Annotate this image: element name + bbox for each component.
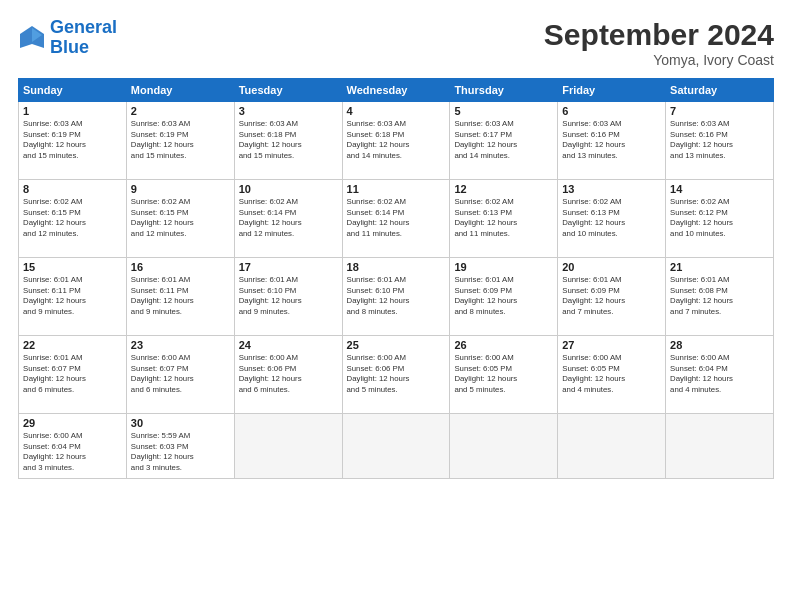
table-row <box>558 414 666 479</box>
header-tuesday: Tuesday <box>234 79 342 102</box>
header-sunday: Sunday <box>19 79 127 102</box>
calendar-table: Sunday Monday Tuesday Wednesday Thursday… <box>18 78 774 479</box>
table-row: 30Sunrise: 5:59 AM Sunset: 6:03 PM Dayli… <box>126 414 234 479</box>
day-number: 28 <box>670 339 769 351</box>
day-number: 18 <box>347 261 446 273</box>
day-info: Sunrise: 6:02 AM Sunset: 6:15 PM Dayligh… <box>131 197 230 239</box>
header-monday: Monday <box>126 79 234 102</box>
table-row: 6Sunrise: 6:03 AM Sunset: 6:16 PM Daylig… <box>558 102 666 180</box>
table-row: 23Sunrise: 6:00 AM Sunset: 6:07 PM Dayli… <box>126 336 234 414</box>
day-number: 8 <box>23 183 122 195</box>
day-info: Sunrise: 5:59 AM Sunset: 6:03 PM Dayligh… <box>131 431 230 473</box>
logo-icon <box>18 24 46 52</box>
day-info: Sunrise: 6:01 AM Sunset: 6:07 PM Dayligh… <box>23 353 122 395</box>
table-row <box>234 414 342 479</box>
table-row: 7Sunrise: 6:03 AM Sunset: 6:16 PM Daylig… <box>666 102 774 180</box>
day-info: Sunrise: 6:03 AM Sunset: 6:17 PM Dayligh… <box>454 119 553 161</box>
day-number: 3 <box>239 105 338 117</box>
table-row: 10Sunrise: 6:02 AM Sunset: 6:14 PM Dayli… <box>234 180 342 258</box>
day-info: Sunrise: 6:02 AM Sunset: 6:13 PM Dayligh… <box>454 197 553 239</box>
table-row: 14Sunrise: 6:02 AM Sunset: 6:12 PM Dayli… <box>666 180 774 258</box>
day-number: 16 <box>131 261 230 273</box>
table-row: 1Sunrise: 6:03 AM Sunset: 6:19 PM Daylig… <box>19 102 127 180</box>
day-info: Sunrise: 6:01 AM Sunset: 6:08 PM Dayligh… <box>670 275 769 317</box>
day-info: Sunrise: 6:02 AM Sunset: 6:14 PM Dayligh… <box>347 197 446 239</box>
header-saturday: Saturday <box>666 79 774 102</box>
day-info: Sunrise: 6:03 AM Sunset: 6:19 PM Dayligh… <box>23 119 122 161</box>
day-number: 13 <box>562 183 661 195</box>
day-info: Sunrise: 6:03 AM Sunset: 6:19 PM Dayligh… <box>131 119 230 161</box>
day-number: 24 <box>239 339 338 351</box>
day-number: 22 <box>23 339 122 351</box>
day-number: 14 <box>670 183 769 195</box>
day-info: Sunrise: 6:03 AM Sunset: 6:16 PM Dayligh… <box>562 119 661 161</box>
weekday-header-row: Sunday Monday Tuesday Wednesday Thursday… <box>19 79 774 102</box>
day-number: 21 <box>670 261 769 273</box>
header-wednesday: Wednesday <box>342 79 450 102</box>
day-number: 27 <box>562 339 661 351</box>
table-row: 3Sunrise: 6:03 AM Sunset: 6:18 PM Daylig… <box>234 102 342 180</box>
day-info: Sunrise: 6:00 AM Sunset: 6:05 PM Dayligh… <box>454 353 553 395</box>
table-row: 29Sunrise: 6:00 AM Sunset: 6:04 PM Dayli… <box>19 414 127 479</box>
day-number: 23 <box>131 339 230 351</box>
table-row: 24Sunrise: 6:00 AM Sunset: 6:06 PM Dayli… <box>234 336 342 414</box>
table-row: 4Sunrise: 6:03 AM Sunset: 6:18 PM Daylig… <box>342 102 450 180</box>
table-row: 13Sunrise: 6:02 AM Sunset: 6:13 PM Dayli… <box>558 180 666 258</box>
table-row: 25Sunrise: 6:00 AM Sunset: 6:06 PM Dayli… <box>342 336 450 414</box>
day-info: Sunrise: 6:01 AM Sunset: 6:11 PM Dayligh… <box>131 275 230 317</box>
day-info: Sunrise: 6:00 AM Sunset: 6:07 PM Dayligh… <box>131 353 230 395</box>
day-number: 10 <box>239 183 338 195</box>
title-block: September 2024 Yomya, Ivory Coast <box>544 18 774 68</box>
day-info: Sunrise: 6:02 AM Sunset: 6:15 PM Dayligh… <box>23 197 122 239</box>
table-row: 28Sunrise: 6:00 AM Sunset: 6:04 PM Dayli… <box>666 336 774 414</box>
day-info: Sunrise: 6:00 AM Sunset: 6:04 PM Dayligh… <box>23 431 122 473</box>
calendar-body: 1Sunrise: 6:03 AM Sunset: 6:19 PM Daylig… <box>19 102 774 479</box>
day-number: 19 <box>454 261 553 273</box>
location-subtitle: Yomya, Ivory Coast <box>544 52 774 68</box>
logo-text: General Blue <box>50 18 117 58</box>
day-info: Sunrise: 6:02 AM Sunset: 6:13 PM Dayligh… <box>562 197 661 239</box>
day-info: Sunrise: 6:01 AM Sunset: 6:11 PM Dayligh… <box>23 275 122 317</box>
table-row: 9Sunrise: 6:02 AM Sunset: 6:15 PM Daylig… <box>126 180 234 258</box>
table-row: 27Sunrise: 6:00 AM Sunset: 6:05 PM Dayli… <box>558 336 666 414</box>
day-number: 25 <box>347 339 446 351</box>
day-info: Sunrise: 6:03 AM Sunset: 6:18 PM Dayligh… <box>347 119 446 161</box>
month-title: September 2024 <box>544 18 774 52</box>
day-number: 5 <box>454 105 553 117</box>
day-number: 11 <box>347 183 446 195</box>
day-number: 9 <box>131 183 230 195</box>
table-row: 11Sunrise: 6:02 AM Sunset: 6:14 PM Dayli… <box>342 180 450 258</box>
day-info: Sunrise: 6:01 AM Sunset: 6:09 PM Dayligh… <box>454 275 553 317</box>
header-friday: Friday <box>558 79 666 102</box>
day-info: Sunrise: 6:01 AM Sunset: 6:09 PM Dayligh… <box>562 275 661 317</box>
day-number: 1 <box>23 105 122 117</box>
day-number: 12 <box>454 183 553 195</box>
header-thursday: Thursday <box>450 79 558 102</box>
table-row: 22Sunrise: 6:01 AM Sunset: 6:07 PM Dayli… <box>19 336 127 414</box>
day-number: 15 <box>23 261 122 273</box>
day-number: 2 <box>131 105 230 117</box>
table-row: 5Sunrise: 6:03 AM Sunset: 6:17 PM Daylig… <box>450 102 558 180</box>
day-info: Sunrise: 6:00 AM Sunset: 6:06 PM Dayligh… <box>239 353 338 395</box>
table-row: 15Sunrise: 6:01 AM Sunset: 6:11 PM Dayli… <box>19 258 127 336</box>
day-info: Sunrise: 6:02 AM Sunset: 6:14 PM Dayligh… <box>239 197 338 239</box>
header: General Blue September 2024 Yomya, Ivory… <box>18 18 774 68</box>
table-row <box>342 414 450 479</box>
day-info: Sunrise: 6:00 AM Sunset: 6:05 PM Dayligh… <box>562 353 661 395</box>
table-row: 16Sunrise: 6:01 AM Sunset: 6:11 PM Dayli… <box>126 258 234 336</box>
day-number: 17 <box>239 261 338 273</box>
day-info: Sunrise: 6:03 AM Sunset: 6:18 PM Dayligh… <box>239 119 338 161</box>
day-info: Sunrise: 6:01 AM Sunset: 6:10 PM Dayligh… <box>239 275 338 317</box>
day-info: Sunrise: 6:00 AM Sunset: 6:04 PM Dayligh… <box>670 353 769 395</box>
table-row <box>666 414 774 479</box>
day-number: 30 <box>131 417 230 429</box>
table-row: 19Sunrise: 6:01 AM Sunset: 6:09 PM Dayli… <box>450 258 558 336</box>
day-number: 26 <box>454 339 553 351</box>
day-number: 4 <box>347 105 446 117</box>
day-number: 29 <box>23 417 122 429</box>
logo: General Blue <box>18 18 117 58</box>
table-row: 20Sunrise: 6:01 AM Sunset: 6:09 PM Dayli… <box>558 258 666 336</box>
day-info: Sunrise: 6:03 AM Sunset: 6:16 PM Dayligh… <box>670 119 769 161</box>
logo-general: General <box>50 17 117 37</box>
day-info: Sunrise: 6:02 AM Sunset: 6:12 PM Dayligh… <box>670 197 769 239</box>
